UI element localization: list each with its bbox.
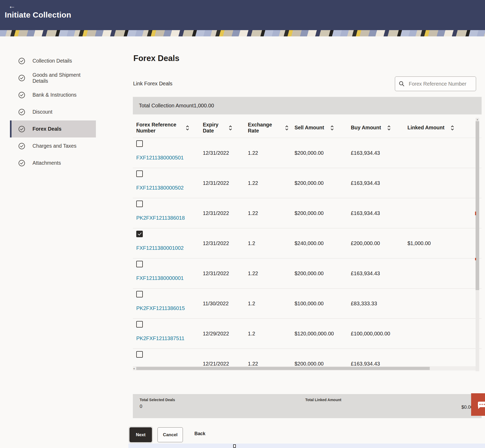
table-body: FXF1211380000501 12/31/2022 1.22 $200,00…: [133, 138, 482, 366]
search-field[interactable]: [395, 76, 476, 91]
column-header[interactable]: Linked Amount: [407, 125, 482, 131]
reference-cell: FXF1211380000001: [136, 258, 203, 288]
bottom-strip: [128, 444, 485, 448]
row-checkbox[interactable]: [136, 201, 143, 207]
sidebar-step-label: Goods and Shipment Details: [32, 72, 96, 84]
sidebar-step-label: Charges and Taxes: [32, 143, 77, 149]
forex-reference-link[interactable]: PK2FXF1211386015: [136, 305, 185, 311]
forex-reference-link[interactable]: PK2FXF1211387511: [136, 335, 184, 341]
expiry-date-cell: 12/31/2022: [203, 168, 248, 198]
sort-icon[interactable]: [330, 125, 334, 131]
total-linked-amount-label: Total Linked Amount: [305, 398, 341, 402]
linked-amount-cell: [407, 168, 482, 198]
forex-reference-link[interactable]: FXF1211380001002: [136, 245, 184, 251]
total-collection-bar: Total Collection Amount1,000.00: [133, 97, 482, 114]
expiry-date-cell: 12/31/2022: [203, 228, 248, 258]
sell-amount-cell: $200,000.00: [295, 349, 351, 366]
forex-reference-link[interactable]: FXF1211380000502: [136, 185, 184, 191]
sell-amount-cell: $200,000.00: [295, 258, 351, 288]
sidebar-step[interactable]: Attachments: [10, 154, 96, 172]
linked-amount-cell: [407, 349, 482, 366]
table-row: PK2FXF1211386015 11/30/2022 1.2 $100,000…: [133, 289, 482, 319]
exchange-rate-cell: 1.22: [248, 138, 295, 168]
row-checkbox[interactable]: [136, 140, 143, 147]
row-checkbox[interactable]: [136, 351, 143, 358]
column-header[interactable]: Buy Amount: [351, 125, 407, 131]
sidebar-step[interactable]: Charges and Taxes: [10, 137, 96, 154]
check-circle-icon: [18, 126, 25, 132]
row-checkbox[interactable]: [136, 321, 143, 328]
check-circle-icon: [18, 160, 25, 167]
table-row: FXF1211380000001 12/31/2022 1.22 $200,00…: [133, 258, 482, 289]
row-checkbox[interactable]: [136, 170, 143, 177]
reference-cell: PK2FXF1211386018: [136, 198, 203, 228]
expiry-date-cell: 12/31/2022: [203, 138, 248, 168]
column-header-label: Linked Amount: [407, 125, 444, 131]
expiry-date-cell: 12/31/2022: [203, 198, 248, 228]
forex-reference-link[interactable]: FXF1211380000001: [136, 275, 184, 281]
search-input[interactable]: [408, 81, 472, 87]
horizontal-scrollbar-thumb[interactable]: [136, 367, 430, 370]
forex-reference-link[interactable]: FXF1211380000501: [136, 155, 184, 161]
column-header[interactable]: Expiry Date: [203, 122, 248, 134]
forex-reference-link[interactable]: PK2FXF1211386018: [136, 215, 185, 221]
sidebar-step[interactable]: Discount: [10, 103, 96, 120]
sidebar-step[interactable]: Collection Details: [10, 52, 96, 69]
table-row: FXF1211380001002 12/31/2022 1.2 $240,000…: [133, 228, 482, 258]
caret-glyph: [233, 444, 236, 448]
app-header: ← Initiate Collection: [0, 0, 485, 30]
buy-amount-cell: £200,000.00: [351, 228, 407, 258]
exchange-rate-cell: 1.2: [248, 228, 295, 258]
sort-icon[interactable]: [387, 125, 391, 131]
sell-amount-cell: $120,000,000.00: [295, 319, 351, 349]
buy-amount-cell: £83,333.33: [351, 289, 407, 318]
sidebar-step[interactable]: Bank & Instructions: [10, 86, 96, 103]
column-header[interactable]: Sell Amount: [295, 125, 351, 131]
column-header[interactable]: Exchange Rate: [248, 122, 295, 134]
cancel-button[interactable]: Cancel: [157, 427, 183, 442]
scrollbar-marker: [475, 258, 476, 260]
check-circle-icon: [18, 92, 25, 98]
initiate-collection-page: ← Initiate Collection Collection Details…: [0, 0, 485, 448]
horizontal-scrollbar[interactable]: ◂: [133, 366, 478, 370]
sidebar-step-label: Attachments: [32, 160, 61, 166]
linked-amount-cell: [407, 138, 482, 168]
scroll-up-icon[interactable]: ▲: [476, 118, 479, 121]
column-header-label: Sell Amount: [295, 125, 324, 131]
row-checkbox[interactable]: [136, 231, 143, 237]
buy-amount-cell: £163,934.43: [351, 349, 407, 366]
reference-cell: PK2FXF1211386015: [136, 289, 203, 318]
chat-button[interactable]: [471, 393, 485, 416]
steps-sidebar: Collection Details Goods and Shipment De…: [10, 52, 96, 172]
sell-amount-cell: $200,000.00: [295, 168, 351, 198]
link-forex-deals-label: Link Forex Deals: [133, 81, 172, 87]
expiry-date-cell: 11/30/2022: [203, 289, 248, 318]
column-header-label: Exchange Rate: [248, 122, 279, 134]
reference-cell: PK2FXF1211387511: [136, 319, 203, 349]
scroll-left-icon[interactable]: ◂: [133, 366, 135, 370]
back-button[interactable]: ←: [7, 2, 17, 11]
sort-icon[interactable]: [229, 125, 232, 131]
sort-icon[interactable]: [186, 125, 189, 131]
row-checkbox[interactable]: [136, 291, 143, 297]
sidebar-step[interactable]: Goods and Shipment Details: [10, 69, 96, 86]
back-link[interactable]: Back: [194, 431, 205, 436]
table-row: PK2FXF1211387511 12/29/2022 1.2 $120,000…: [133, 319, 482, 349]
vertical-scrollbar-thumb[interactable]: [476, 121, 479, 290]
sidebar-step[interactable]: Forex Deals: [10, 120, 96, 137]
sell-amount-cell: $200,000.00: [295, 138, 351, 168]
table-row: PK2FXF1211386018 12/31/2022 1.22 $200,00…: [133, 198, 482, 228]
vertical-scrollbar[interactable]: ▲: [476, 118, 479, 371]
chat-bubble-icon: [478, 402, 485, 407]
linked-amount-cell: [407, 319, 482, 349]
sort-icon[interactable]: [285, 125, 288, 131]
section-title: Forex Deals: [133, 54, 179, 63]
page-title: Initiate Collection: [5, 10, 71, 19]
column-header-label: Forex Reference Number: [136, 122, 179, 134]
table-row: FXF1211380000502 12/31/2022 1.22 $200,00…: [133, 168, 482, 198]
column-header[interactable]: Forex Reference Number: [136, 122, 203, 134]
expiry-date-cell: 12/31/2022: [203, 258, 248, 288]
row-checkbox[interactable]: [136, 261, 143, 267]
sort-icon[interactable]: [451, 125, 454, 131]
next-button[interactable]: Next: [129, 427, 152, 442]
